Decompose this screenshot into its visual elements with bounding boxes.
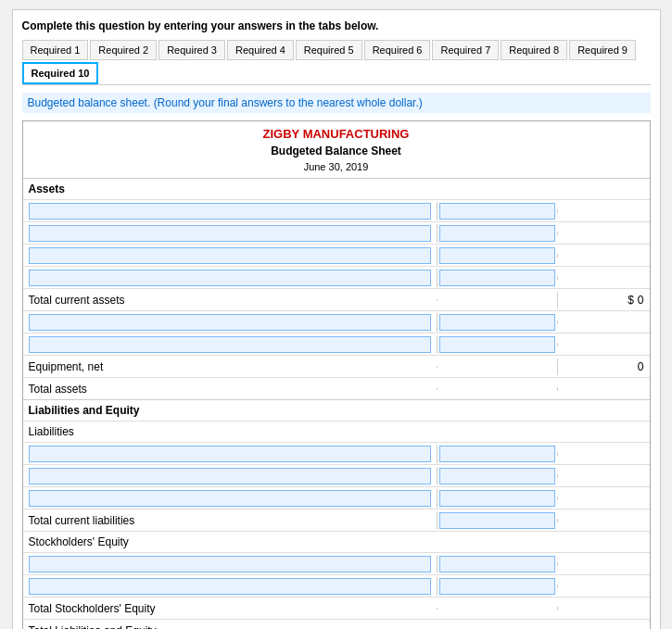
- asset-value-input-1[interactable]: [439, 203, 555, 220]
- subtitle-note: (Round your final answers to the nearest…: [154, 96, 423, 109]
- asset-input-wrap-6: [437, 335, 557, 354]
- liability-row-1: [23, 442, 650, 464]
- liability-input-wrap-2: [437, 467, 557, 485]
- equipment-spacer: [437, 366, 557, 368]
- tab-required-10[interactable]: Required 10: [22, 62, 99, 84]
- asset-label-1: [23, 201, 437, 221]
- total-current-assets-dollar-value: $ 0: [557, 292, 650, 308]
- asset-row-2: [23, 221, 650, 244]
- sheet-date: June 30, 2019: [23, 159, 650, 178]
- asset-name-input-3[interactable]: [29, 247, 431, 264]
- tcl-spacer: [437, 511, 557, 530]
- total-stockholders-equity-value: [557, 607, 650, 610]
- liability-total-3: [557, 497, 650, 500]
- asset-label-6: [23, 334, 437, 355]
- asset-total-4: [557, 276, 650, 280]
- asset-input-wrap-5: [437, 313, 557, 332]
- asset-name-input-2[interactable]: [29, 225, 431, 242]
- liability-total-2: [557, 474, 650, 478]
- asset-value-input-5[interactable]: [439, 314, 555, 331]
- tab-required-7[interactable]: Required 7: [432, 40, 499, 60]
- total-liabilities-equity-row: Total Liabilities and Equity: [23, 619, 650, 629]
- tab-required-6[interactable]: Required 6: [364, 40, 431, 60]
- asset-value-input-3[interactable]: [439, 247, 555, 264]
- asset-row-1: [23, 199, 650, 221]
- liability-name-input-3[interactable]: [29, 490, 431, 507]
- liability-name-input-2[interactable]: [29, 468, 431, 484]
- equity-total-2: [557, 585, 650, 588]
- asset-total-5: [557, 321, 650, 324]
- tab-required-8[interactable]: Required 8: [501, 40, 567, 60]
- liabilities-label: Liabilities: [23, 421, 650, 442]
- balance-sheet: ZIGBY MANUFACTURING Budgeted Balance She…: [22, 120, 651, 629]
- equity-value-input-1[interactable]: [439, 556, 555, 572]
- total-current-assets-label: Total current assets: [23, 292, 437, 308]
- asset-total-2: [557, 232, 650, 235]
- total-assets-spacer: [437, 388, 557, 390]
- asset-input-wrap-2: [437, 224, 557, 243]
- equity-input-wrap-1: [437, 555, 557, 573]
- asset-value-input-2[interactable]: [439, 225, 555, 242]
- tab-required-1[interactable]: Required 1: [22, 40, 89, 60]
- total-assets-value: [557, 387, 650, 391]
- equity-name-input-2[interactable]: [29, 578, 431, 595]
- sheet-title: Budgeted Balance Sheet: [23, 143, 650, 159]
- liability-value-input-3[interactable]: [439, 490, 555, 507]
- tcl-input[interactable]: [439, 512, 555, 529]
- tab-required-3[interactable]: Required 3: [158, 40, 225, 60]
- instruction-text: Complete this question by entering your …: [22, 19, 651, 32]
- equity-name-input-1[interactable]: [29, 556, 431, 572]
- liability-label-3: [23, 488, 437, 509]
- total-liabilities-equity-label: Total Liabilities and Equity: [23, 623, 437, 630]
- asset-row-5: [23, 310, 650, 333]
- subtitle-text: Budgeted balance sheet.: [28, 96, 151, 109]
- asset-name-input-4[interactable]: [29, 270, 431, 286]
- section-subtitle: Budgeted balance sheet. (Round your fina…: [22, 93, 651, 113]
- liability-value-input-1[interactable]: [439, 446, 555, 462]
- asset-input-wrap-4: [437, 269, 557, 287]
- assets-header: Assets: [23, 178, 650, 199]
- liability-label-2: [23, 466, 437, 486]
- equity-row-1: [23, 552, 650, 574]
- equipment-net-value: 0: [557, 359, 650, 375]
- asset-total-3: [557, 254, 650, 258]
- equity-input-wrap-2: [437, 577, 557, 596]
- total-current-liabilities-label: Total current liabilities: [23, 512, 437, 529]
- asset-input-wrap-3: [437, 246, 557, 265]
- asset-value-input-6[interactable]: [439, 336, 555, 353]
- total-current-assets-row: Total current assets $ 0: [23, 288, 650, 310]
- asset-total-6: [557, 343, 650, 346]
- total-assets-row: Total assets: [23, 377, 650, 399]
- asset-row-6: [23, 333, 650, 355]
- asset-name-input-5[interactable]: [29, 314, 431, 331]
- tse-spacer: [437, 608, 557, 610]
- total-current-assets-value: 0: [638, 294, 644, 307]
- tab-required-9[interactable]: Required 9: [569, 40, 636, 60]
- dollar-sign: $: [628, 294, 634, 307]
- asset-name-input-6[interactable]: [29, 336, 431, 353]
- liability-name-input-1[interactable]: [29, 446, 431, 462]
- equipment-net-row: Equipment, net 0: [23, 355, 650, 377]
- tab-required-4[interactable]: Required 4: [227, 40, 294, 60]
- liability-input-wrap-3: [437, 489, 557, 508]
- tab-required-2[interactable]: Required 2: [90, 40, 157, 60]
- asset-row-4: [23, 266, 650, 288]
- asset-name-input-1[interactable]: [29, 203, 431, 220]
- asset-total-1: [557, 209, 650, 213]
- asset-label-5: [23, 312, 437, 333]
- asset-value-input-4[interactable]: [439, 270, 555, 286]
- liability-row-2: [23, 464, 650, 486]
- company-name: ZIGBY MANUFACTURING: [23, 121, 650, 143]
- liability-label-1: [23, 444, 437, 464]
- liability-value-input-2[interactable]: [439, 468, 555, 484]
- total-stockholders-equity-label: Total Stockholders' Equity: [23, 600, 437, 617]
- tab-required-5[interactable]: Required 5: [296, 40, 362, 60]
- total-stockholders-equity-row: Total Stockholders' Equity: [23, 597, 650, 619]
- asset-label-4: [23, 268, 437, 288]
- total-ca-spacer: [437, 299, 557, 301]
- equity-value-input-2[interactable]: [439, 578, 555, 595]
- equity-row-2: [23, 574, 650, 597]
- equipment-net-label: Equipment, net: [23, 359, 437, 375]
- liability-input-wrap-1: [437, 445, 557, 463]
- main-container: Complete this question by entering your …: [12, 9, 661, 629]
